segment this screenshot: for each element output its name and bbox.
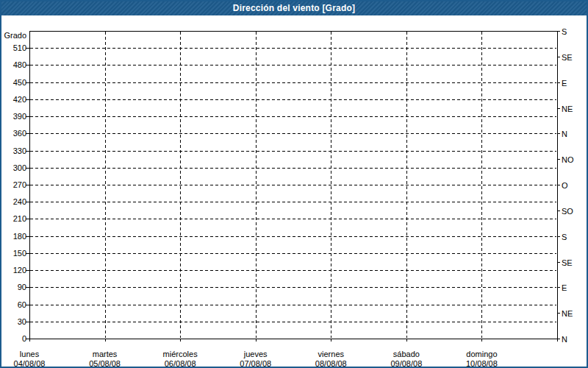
y-tick-label: 330: [13, 146, 26, 155]
x-weekday-label: martes: [93, 350, 118, 358]
y-tick-label: 270: [13, 180, 26, 189]
title-bar: Dirección del viento [Grado]: [0, 0, 588, 15]
y-tick-label: 390: [13, 112, 26, 121]
right-axis-compass-label: SO: [562, 207, 573, 216]
right-axis-compass-label: S: [562, 233, 567, 241]
x-date-label: 05/08/08: [89, 359, 121, 368]
x-date-label: 06/08/08: [165, 359, 196, 368]
x-weekday-label: miércoles: [163, 350, 198, 358]
x-date-label: 04/08/08: [14, 359, 46, 368]
right-axis-compass-label: N: [562, 130, 567, 138]
right-axis-compass-label: NO: [562, 155, 574, 164]
right-axis-compass-label: SE: [562, 53, 573, 62]
x-date-label: 09/08/08: [390, 359, 422, 368]
chart-window: Dirección del viento [Grado] Grado030609…: [0, 0, 588, 368]
right-axis-compass-label: NE: [562, 309, 573, 318]
y-tick-label: 360: [13, 129, 26, 138]
y-tick-label: 450: [13, 78, 26, 87]
y-tick-label: 510: [13, 43, 26, 52]
y-tick-label: 180: [13, 232, 26, 241]
x-weekday-label: lunes: [20, 350, 40, 358]
x-date-label: 10/08/08: [466, 359, 498, 368]
chart-area: Grado03060901201501802102402703003303603…: [0, 15, 588, 368]
right-axis-compass-label: NE: [562, 105, 573, 113]
y-tick-label: 60: [18, 300, 26, 309]
x-weekday-label: sábado: [393, 350, 420, 358]
y-tick-label: 150: [13, 249, 26, 258]
y-tick-label: 210: [13, 214, 26, 223]
y-axis-label: Grado: [4, 31, 26, 40]
right-axis-compass-label: S: [562, 27, 567, 36]
chart-title: Dirección del viento [Grado]: [233, 3, 355, 13]
y-tick-label: 120: [13, 266, 26, 275]
y-tick-label: 240: [13, 197, 26, 206]
y-tick-label: 30: [18, 317, 26, 326]
x-date-label: 07/08/08: [240, 359, 271, 368]
chart-canvas: Grado03060901201501802102402703003303603…: [0, 15, 588, 368]
right-axis-compass-label: N: [562, 335, 567, 344]
right-axis-compass-label: O: [562, 181, 568, 190]
x-weekday-label: jueves: [243, 350, 268, 358]
x-date-label: 08/08/08: [315, 359, 347, 368]
right-axis-compass-label: E: [562, 283, 567, 292]
y-tick-label: 90: [18, 283, 26, 291]
right-axis-compass-label: E: [562, 79, 567, 88]
y-tick-label: 0: [22, 334, 26, 343]
y-tick-label: 480: [13, 60, 26, 69]
x-weekday-label: domingo: [466, 350, 497, 358]
right-axis-compass-label: SE: [562, 258, 573, 267]
y-tick-label: 300: [13, 163, 26, 172]
x-weekday-label: viernes: [318, 350, 345, 358]
y-tick-label: 420: [13, 95, 26, 104]
